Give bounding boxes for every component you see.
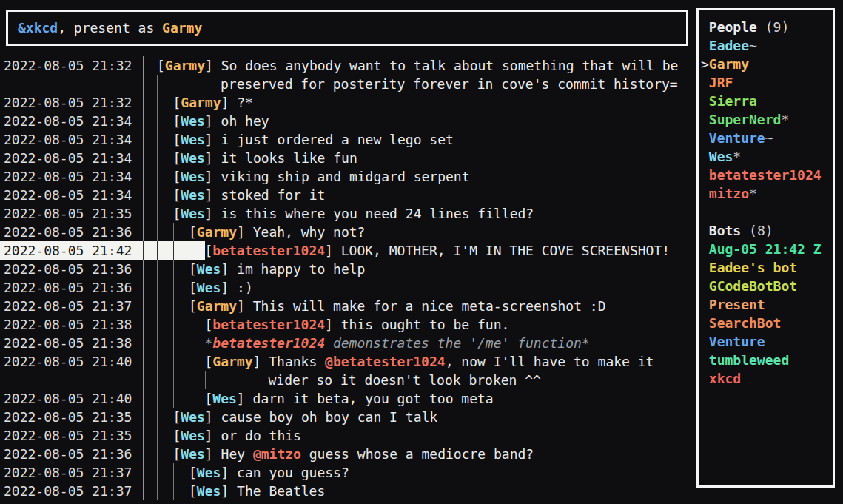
- chat-row[interactable]: 2022-08-05 21:34[Wes] stoked for it: [0, 186, 696, 204]
- thread-indent-guide: [157, 75, 173, 93]
- chat-row[interactable]: 2022-08-05 21:34[Wes] oh hey: [0, 112, 696, 130]
- chat-row[interactable]: 2022-08-05 21:38*betatester1024 demonstr…: [0, 334, 696, 352]
- message-line: [Wes] Hey @mitzo guess whose a mediocre …: [144, 445, 534, 463]
- member-item[interactable]: JRF: [701, 73, 833, 92]
- member-item[interactable]: Venture: [701, 332, 833, 351]
- thread-indent-guide: [157, 463, 173, 482]
- selected-member-indicator: >: [701, 56, 709, 72]
- chat-row[interactable]: 2022-08-05 21:40[Garmy] Thanks @betatest…: [0, 352, 696, 371]
- member-item[interactable]: Aug-05 21:42 Z: [701, 240, 833, 258]
- member-item[interactable]: tumbleweed: [701, 351, 833, 369]
- chat-row[interactable]: 2022-08-05 21:35[Wes] cause boy oh boy c…: [0, 408, 696, 426]
- member-indent: [701, 112, 709, 127]
- message-segment: [: [189, 280, 197, 295]
- chat-row[interactable]: 2022-08-05 21:37[Wes] can you guess?: [0, 463, 696, 482]
- member-item[interactable]: Eadee~: [701, 36, 833, 55]
- message-segment: ]: [205, 58, 221, 73]
- chat-row[interactable]: 2022-08-05 21:35[Wes] is this where you …: [0, 204, 696, 223]
- message-segment: ]: [205, 446, 221, 462]
- message-segment: ]: [221, 261, 237, 277]
- chat-row[interactable]: 2022-08-05 21:38[betatester1024] this ou…: [0, 315, 696, 334]
- message-segment: [: [189, 224, 197, 240]
- thread-indent-guide: [157, 426, 173, 445]
- member-item[interactable]: Wes*: [701, 147, 833, 166]
- section-header-people: People (9): [701, 18, 833, 36]
- member-item[interactable]: Present: [701, 295, 833, 314]
- chat-row[interactable]: 2022-08-05 21:36[Wes] im happy to help: [0, 260, 696, 278]
- message-segment: ]: [221, 483, 237, 499]
- member-item[interactable]: Venture~: [701, 129, 833, 147]
- message-line: [Wes] is this where you need 24 lines fi…: [144, 204, 534, 223]
- member-indent: [701, 167, 709, 183]
- thread-indent-guide: [157, 112, 173, 130]
- member-list: People (9) Eadee~>Garmy JRF Sierra Super…: [696, 8, 835, 488]
- chat-row-highlighted[interactable]: 2022-08-05 21:42[betatester1024] LOOK, M…: [0, 241, 696, 260]
- message-text: [Garmy] This will make for a nice meta-s…: [189, 297, 606, 315]
- chat-row[interactable]: 2022-08-05 21:35[Wes] or do this: [0, 426, 696, 445]
- member-item[interactable]: GCodeBotBot: [701, 277, 833, 295]
- message-segment: ?*: [237, 95, 253, 110]
- thread-indent-guide: [189, 389, 205, 408]
- thread-indent-guide: [173, 463, 189, 482]
- chat-row[interactable]: 2022-08-05 21:36[Wes] Hey @mitzo guess w…: [0, 445, 696, 463]
- channel-header-separator: , present as: [58, 19, 162, 37]
- section-header-bots: Bots (8): [701, 221, 833, 240]
- message-line: [Garmy] Yeah, why not?: [144, 223, 365, 241]
- message-line: [Wes] i just ordered a new lego set: [144, 130, 454, 149]
- member-name: Present: [709, 297, 765, 312]
- message-segment: Wes: [181, 409, 205, 425]
- chat-row[interactable]: 2022-08-05 21:32[Garmy] So does anybody …: [0, 56, 696, 75]
- message-text: [Wes] it looks like fun: [173, 149, 357, 167]
- member-indent: [701, 75, 709, 90]
- member-item[interactable]: Sierra: [701, 92, 833, 110]
- section-title: Bots: [709, 223, 741, 238]
- message-line: preserved for posterity forever in cove'…: [144, 75, 678, 93]
- member-name: xkcd: [709, 371, 741, 386]
- message-segment: ]: [205, 428, 221, 443]
- message-segment: Wes: [181, 113, 205, 129]
- member-indent: [701, 315, 709, 331]
- member-item[interactable]: SearchBot: [701, 314, 833, 332]
- member-item[interactable]: Eadee's bot: [701, 258, 833, 277]
- message-segment: [: [173, 206, 181, 221]
- message-segment: wider so it doesn't look broken ^^: [269, 372, 541, 388]
- chat-row[interactable]: 2022-08-05 21:40[Wes] darn it beta, you …: [0, 389, 696, 408]
- member-item[interactable]: betatester1024: [701, 166, 833, 184]
- member-item[interactable]: mitzo*: [701, 184, 833, 203]
- chat-row[interactable]: 2022-08-05 21:34[Wes] viking ship and mi…: [0, 167, 696, 186]
- member-name: Eadee: [709, 38, 749, 53]
- member-name: Eadee's bot: [709, 260, 797, 275]
- timestamp: 2022-08-05 21:34: [0, 186, 143, 204]
- member-item[interactable]: xkcd: [701, 369, 833, 388]
- timestamp: 2022-08-05 21:37: [0, 463, 143, 482]
- chat-row[interactable]: 2022-08-05 21:37[Wes] The Beatles: [0, 482, 696, 500]
- chat-row[interactable]: 2022-08-05 21:36[Garmy] Yeah, why not?: [0, 223, 696, 241]
- chat-row[interactable]: 2022-08-05 21:36[Wes] :): [0, 278, 696, 297]
- section-count: (8): [741, 223, 773, 238]
- member-name: Venture: [709, 130, 765, 146]
- member-name: JRF: [709, 75, 733, 90]
- member-item[interactable]: SuperNerd*: [701, 110, 833, 129]
- message-segment: guess whose a mediocre band?: [301, 446, 534, 462]
- message-segment: ]: [205, 150, 221, 166]
- message-segment: Wes: [181, 187, 205, 203]
- section-spacer: [701, 203, 833, 221]
- message-text: [Wes] darn it beta, you got too meta: [205, 389, 494, 408]
- thread-indent-guide: [157, 93, 173, 112]
- chat-row[interactable]: 2022-08-05 21:34[Wes] it looks like fun: [0, 149, 696, 167]
- chat-row[interactable]: 2022-08-05 21:37[Garmy] This will make f…: [0, 297, 696, 315]
- timestamp: 2022-08-05 21:32: [0, 93, 143, 112]
- timestamp: 2022-08-05 21:42: [0, 241, 143, 260]
- member-name: Aug-05 21:42 Z: [709, 241, 822, 257]
- message-segment: [: [173, 187, 181, 203]
- chat-row[interactable]: 2022-08-05 21:34[Wes] i just ordered a n…: [0, 130, 696, 149]
- chat-row[interactable]: wider so it doesn't look broken ^^: [0, 371, 696, 389]
- message-line: *betatester1024 demonstrates the '/me' f…: [144, 334, 590, 352]
- message-text: [Wes] The Beatles: [189, 482, 325, 500]
- chat-row[interactable]: preserved for posterity forever in cove'…: [0, 75, 696, 93]
- message-line: [Wes] can you guess?: [144, 463, 349, 482]
- timestamp: 2022-08-05 21:34: [0, 130, 143, 149]
- chat-row[interactable]: 2022-08-05 21:32[Garmy] ?*: [0, 93, 696, 112]
- message-segment: viking ship and midgard serpent: [221, 169, 470, 184]
- member-item[interactable]: >Garmy: [701, 55, 833, 73]
